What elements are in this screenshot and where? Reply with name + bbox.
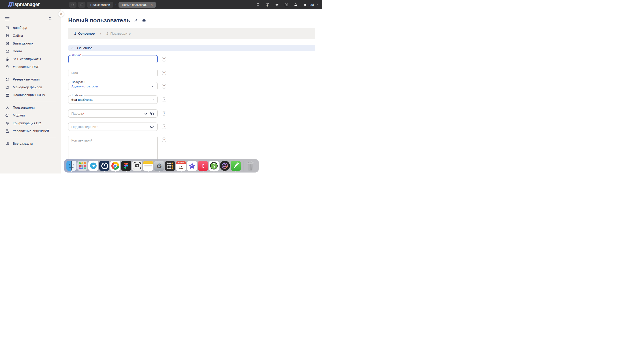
mail-icon (5, 49, 10, 54)
confirm-row: Подтверждение* ? (68, 122, 322, 131)
dock-icon-anarchy-app[interactable] (219, 159, 230, 172)
dock-icon-screenshot[interactable] (132, 159, 143, 172)
help-icon[interactable]: ? (266, 3, 270, 7)
close-panel-button[interactable]: × (58, 11, 64, 17)
logo-text: ispmanager (13, 2, 40, 8)
owner-select[interactable]: Владелец Администраторы (68, 82, 158, 90)
dice-icon[interactable] (150, 111, 154, 116)
gear-glyph: ⚙ (154, 161, 164, 171)
book-open-icon (5, 141, 10, 146)
user-menu[interactable]: root (303, 3, 318, 7)
sidebar-item-modules[interactable]: Модули (0, 111, 61, 119)
help-circle-icon[interactable]: ? (162, 138, 166, 142)
template-value: без шаблона (71, 98, 92, 102)
dock-icon-launchpad[interactable] (77, 159, 88, 172)
database-icon (5, 41, 10, 46)
sidebar-item-ssl[interactable]: SSL-сертификаты (0, 55, 61, 63)
tab-close-icon[interactable]: × (151, 3, 153, 6)
sidebar-search-icon[interactable] (48, 17, 52, 20)
tab-bar: Пользователи › Новый пользоват... × (69, 2, 156, 8)
password-field[interactable]: Пароль* (68, 109, 158, 118)
dock-icon-imovie[interactable] (186, 159, 198, 172)
password-placeholder: Пароль (71, 112, 83, 115)
step-2[interactable]: 2 Подтвердите (106, 32, 130, 35)
link-chain-icon[interactable] (134, 18, 138, 23)
name-placeholder: Имя (71, 71, 78, 75)
help-circle-icon[interactable]: ? (162, 111, 166, 116)
book-icon (80, 3, 84, 7)
template-label: Шаблон (71, 94, 84, 97)
dock-icon-system-preferences[interactable]: ⚙ (154, 159, 164, 172)
help-circle-icon[interactable]: ? (162, 124, 166, 129)
dock-icon-mattermost[interactable] (99, 159, 110, 172)
tab-chevron: › (115, 3, 117, 7)
dock-icon-telegram[interactable] (88, 159, 99, 172)
login-row: Логин* ? (68, 55, 322, 63)
calendar-month: ИЮЛЬ (176, 161, 186, 164)
sidebar-item-users[interactable]: Пользователи (0, 104, 61, 111)
confirm-field[interactable]: Подтверждение* (68, 122, 158, 131)
tab-users[interactable]: Пользователи (87, 2, 113, 8)
dock-icon-chrome[interactable] (110, 159, 121, 172)
step-1[interactable]: 1 Основное (74, 32, 94, 35)
name-row: Имя ? (68, 69, 322, 77)
gear-icon (5, 121, 10, 126)
required-mark: * (96, 125, 98, 128)
template-row: Шаблон без шаблона ? (68, 96, 322, 104)
eye-closed-icon[interactable] (143, 111, 148, 116)
sidebar-item-file-manager[interactable]: Менеджер файлов (0, 83, 61, 91)
login-label: Логин (72, 54, 80, 57)
dock-icon-calendar[interactable]: ИЮЛЬ 15 (176, 159, 186, 172)
help-circle-icon[interactable]: ? (162, 97, 166, 102)
license-certificate-icon (5, 129, 10, 133)
notifications-bell-icon[interactable] (294, 3, 298, 7)
hamburger-menu-icon[interactable] (5, 17, 10, 20)
svg-text:DNS: DNS (6, 66, 9, 68)
pie-chart-icon (5, 26, 10, 30)
chevron-up-icon (71, 47, 74, 50)
help-circle-icon[interactable]: ? (162, 57, 166, 62)
help-circle-icon[interactable]: ? (162, 71, 166, 75)
template-select[interactable]: Шаблон без шаблона (68, 96, 158, 104)
dock-icon-figma[interactable] (121, 159, 132, 172)
required-mark: * (80, 54, 81, 57)
sidebar-item-all-sections[interactable]: Все разделы (0, 140, 61, 147)
top-bar: ispmanager Пользователи › Новый пользова… (0, 0, 322, 10)
sidebar-item-backups[interactable]: Резервные копии (0, 75, 61, 83)
dock-icon-coteditor[interactable] (230, 159, 241, 172)
tab-new-user[interactable]: Новый пользоват... × (118, 2, 156, 8)
name-field[interactable]: Имя (68, 69, 158, 77)
dock-icon-notes[interactable] (143, 159, 154, 172)
lifebuoy-icon[interactable] (142, 18, 146, 23)
user-icon (5, 105, 10, 110)
calendar-grid-icon (5, 93, 10, 97)
sidebar-item-dns[interactable]: DNS Управление DNS (0, 63, 61, 71)
dock-icon-music[interactable]: ♫ (198, 159, 208, 172)
help-circle-icon[interactable]: ? (162, 84, 166, 88)
login-field[interactable]: Логин* (68, 55, 158, 63)
search-icon[interactable] (256, 3, 260, 7)
sidebar-item-databases[interactable]: Базы данных (0, 39, 61, 47)
all-sections-tab-button[interactable] (78, 2, 86, 8)
dashboard-tab-button[interactable] (69, 2, 76, 8)
login-input[interactable] (72, 56, 154, 63)
sidebar-item-sites[interactable]: Сайты (0, 32, 61, 39)
section-header-main[interactable]: Основное (68, 45, 315, 51)
dock-icon-finder[interactable] (66, 159, 77, 172)
sidebar-item-software-config[interactable]: Конфигурация ПО (0, 119, 61, 127)
import-folder-icon[interactable] (284, 3, 288, 7)
sidebar-item-mail[interactable]: Почта (0, 47, 61, 55)
dock-icon-trash[interactable] (245, 159, 256, 172)
sidebar-item-cron[interactable]: Планировщик CRON (0, 91, 61, 99)
sidebar-divider (5, 137, 56, 137)
theme-sun-icon[interactable] (275, 3, 279, 7)
chevron-down-icon (316, 4, 318, 6)
password-row: Пароль* ? (68, 109, 322, 118)
dock-icon-calculator[interactable] (164, 159, 176, 172)
sidebar-item-license[interactable]: Управление лицензией (0, 127, 61, 135)
user-name: root (308, 3, 314, 6)
dock-icon-keepassxc[interactable] (208, 159, 219, 172)
sidebar-item-dashboard[interactable]: Дашборд (0, 24, 61, 32)
eye-closed-icon[interactable] (150, 124, 154, 129)
wizard-stepper: 1 Основное › 2 Подтвердите (68, 28, 315, 39)
